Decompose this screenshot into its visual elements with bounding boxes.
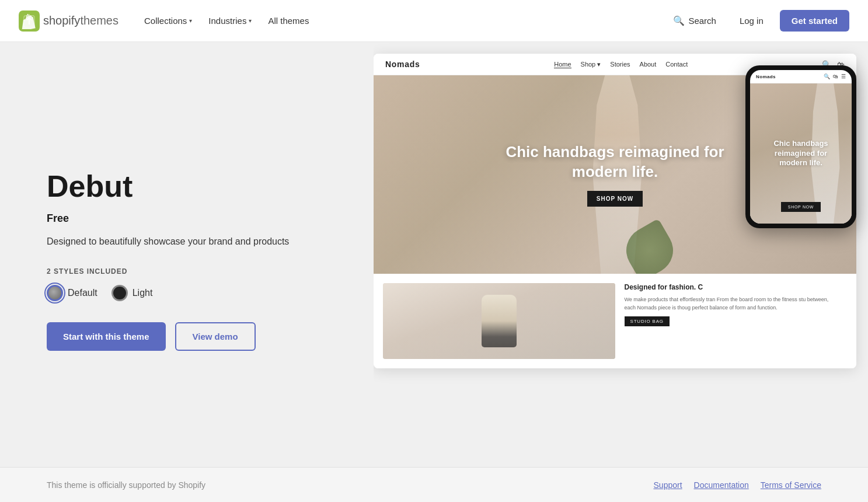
product-text-body: We make products that effortlessly tran …	[625, 296, 838, 312]
nav-industries[interactable]: Industries ▾	[201, 11, 259, 30]
preview-nav-home: Home	[554, 61, 571, 68]
footer-link-support[interactable]: Support	[654, 480, 682, 490]
theme-description: Designed to beautifully showcase your br…	[47, 234, 327, 249]
preview-nav-stories: Stories	[610, 61, 630, 68]
styles-label: 2 STYLES INCLUDED	[47, 267, 339, 276]
hero-cta-button[interactable]: SHOP NOW	[587, 191, 643, 207]
style-dot-default	[47, 285, 63, 301]
style-light[interactable]: Light	[111, 285, 153, 301]
mobile-preview: Nomads 🔍 🛍 ☰ Chic handbagsreimagined for…	[745, 65, 856, 228]
chevron-down-icon: ▾	[189, 18, 192, 24]
product-text-headline: Designed for fashion. C	[625, 283, 838, 291]
get-started-button[interactable]: Get started	[780, 10, 849, 32]
style-name-light: Light	[133, 288, 153, 298]
preview-nav-contact: Contact	[665, 61, 688, 68]
mobile-cart-icon: 🛍	[833, 74, 838, 79]
mobile-hero-cta[interactable]: SHOP NOW	[781, 202, 821, 212]
preview-nav-links: Home Shop ▾ Stories About Contact	[554, 61, 688, 68]
theme-price: Free	[47, 212, 339, 225]
theme-info-panel: Debut Free Designed to beautifully showc…	[0, 42, 374, 467]
nav-collections[interactable]: Collections ▾	[137, 11, 199, 30]
mobile-nav: Nomads 🔍 🛍 ☰	[750, 70, 852, 83]
main-content: Debut Free Designed to beautifully showc…	[0, 42, 868, 467]
header: shopifythemes Collections ▾ Industries ▾…	[0, 0, 868, 42]
search-icon: 🔍	[673, 15, 685, 26]
product-text: Designed for fashion. C We make products…	[615, 283, 848, 359]
style-default[interactable]: Default	[47, 285, 97, 301]
mobile-menu-icon: ☰	[841, 74, 846, 79]
footer-links: Support Documentation Terms of Service	[654, 480, 821, 490]
style-name-default: Default	[68, 288, 97, 298]
styles-options: Default Light	[47, 285, 339, 301]
preview-container: Nomads Home Shop ▾ Stories About Contact…	[374, 54, 856, 368]
style-dot-light	[111, 285, 128, 301]
footer-link-documentation[interactable]: Documentation	[694, 480, 749, 490]
hero-headline: Chic handbags reimagined formodern life.	[506, 142, 724, 182]
preview-nav-shop: Shop ▾	[581, 61, 601, 68]
logo-text: shopifythemes	[43, 14, 118, 27]
main-nav: Collections ▾ Industries ▾ All themes	[137, 11, 666, 30]
chevron-down-icon: ▾	[249, 18, 252, 24]
action-buttons: Start with this theme View demo	[47, 322, 339, 351]
preview-brand: Nomads	[385, 60, 420, 69]
product-image	[383, 283, 615, 359]
mobile-nav-icons: 🔍 🛍 ☰	[824, 74, 846, 79]
product-text-button[interactable]: STUDIO BAG	[625, 316, 670, 326]
preview-panel: Nomads Home Shop ▾ Stories About Contact…	[374, 42, 868, 467]
start-theme-button[interactable]: Start with this theme	[47, 322, 166, 351]
mobile-brand: Nomads	[756, 74, 776, 79]
preview-bottom: Designed for fashion. C We make products…	[374, 274, 856, 368]
nav-all-themes[interactable]: All themes	[261, 11, 316, 30]
mobile-hero-headline: Chic handbagsreimagined formodern life.	[768, 139, 834, 169]
mobile-inner: Nomads 🔍 🛍 ☰ Chic handbagsreimagined for…	[750, 70, 852, 224]
mobile-search-icon: 🔍	[824, 74, 830, 79]
logo[interactable]: shopifythemes	[19, 11, 118, 32]
footer-link-terms[interactable]: Terms of Service	[761, 480, 821, 490]
hero-text-overlay: Chic handbags reimagined formodern life.…	[506, 142, 724, 207]
preview-nav-about: About	[640, 61, 657, 68]
mobile-hero: Chic handbagsreimagined formodern life. …	[750, 83, 852, 224]
search-button[interactable]: 🔍 Search	[666, 11, 723, 31]
footer-support-text: This theme is officially supported by Sh…	[47, 480, 205, 490]
login-button[interactable]: Log in	[733, 11, 771, 30]
shopify-logo-icon	[19, 11, 40, 32]
theme-title: Debut	[47, 170, 339, 203]
header-right: 🔍 Search Log in Get started	[666, 10, 849, 32]
view-demo-button[interactable]: View demo	[175, 322, 256, 351]
footer: This theme is officially supported by Sh…	[0, 467, 868, 502]
